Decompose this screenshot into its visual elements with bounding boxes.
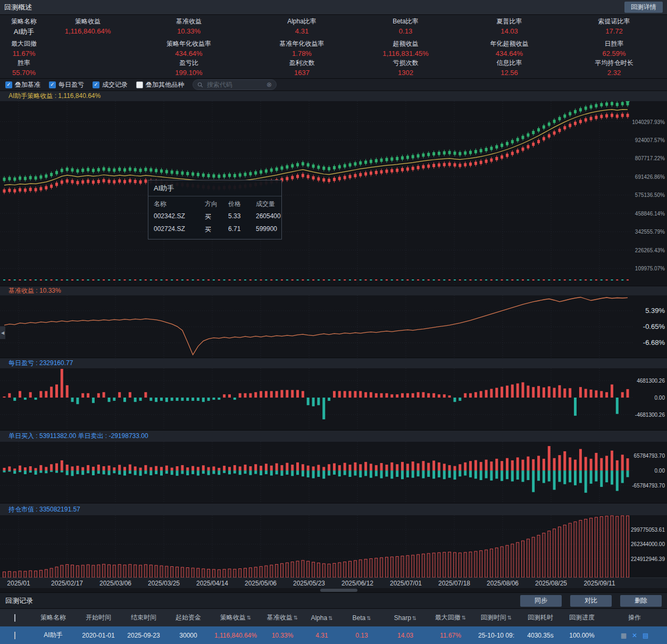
tooltip-table: 名称方向价格成交量002342.SZ买5.332605400002724.SZ买… xyxy=(148,196,281,239)
col-header-sharp[interactable]: Sharp⇅ xyxy=(383,614,428,622)
svg-text:458846.14%: 458846.14% xyxy=(635,211,665,217)
stat-value: 199.10% xyxy=(175,69,202,77)
stat-value: 1.78% xyxy=(292,49,312,57)
x-axis-label: 2025/08/25 xyxy=(530,580,572,587)
cell-alpha: 4.31 xyxy=(303,632,340,639)
checkbox-daily-pnl[interactable]: ✓每日盈亏 xyxy=(49,80,84,89)
collapse-axis-handle[interactable]: ◀ xyxy=(0,326,5,339)
benchmark-chart[interactable]: 5.39%-0.65%-6.68% ◀ xyxy=(0,295,667,358)
benchmark-section-header: 基准收益 : 10.33% xyxy=(0,286,667,295)
cell-max_drawdown: 11.67% xyxy=(428,632,473,639)
sort-icon[interactable]: ⇅ xyxy=(507,615,512,621)
sort-icon[interactable]: ⇅ xyxy=(462,615,466,621)
checked-checkbox-icon[interactable]: ✓ xyxy=(49,81,56,88)
buy-sell-chart[interactable]: 65784793.700.00-65784793.70 xyxy=(0,442,667,503)
svg-text:924007.57%: 924007.57% xyxy=(635,137,665,143)
stat-value: 0.13 xyxy=(399,27,412,35)
records-header: 回测记录 同步对比删除 xyxy=(0,592,667,608)
checkbox-label: 叠加基准 xyxy=(15,80,40,89)
col-header-select xyxy=(0,614,30,622)
position-value-chart[interactable]: 299775053.61262344000.00224912946.39 xyxy=(0,515,667,577)
row-checkbox[interactable] xyxy=(14,632,15,639)
cell-benchmark_return: 10.33% xyxy=(262,632,303,639)
stat-strategy_name: 策略名称AI助手 xyxy=(0,17,48,39)
stats-grid: 策略名称AI助手策略收益1,116,840.64%基准收益10.33%Alpha… xyxy=(0,15,667,79)
col-header-beta[interactable]: Beta⇅ xyxy=(340,614,383,622)
x-axis-label: 2025/07/01 xyxy=(385,580,427,587)
select-all-checkbox[interactable] xyxy=(14,614,15,622)
compare-button[interactable]: 对比 xyxy=(570,595,612,607)
svg-text:0.00: 0.00 xyxy=(655,395,665,401)
col-header-progress: 回测进度 xyxy=(562,613,602,622)
delete-icon[interactable]: ✕ xyxy=(632,632,637,639)
search-input[interactable] xyxy=(206,80,264,89)
equity-chart[interactable]: 1040297.93%924007.57%807717.22%691426.86… xyxy=(0,101,667,286)
cell-strategy_name: AI助手 xyxy=(30,631,77,640)
stat-label: 夏普比率 xyxy=(497,17,522,26)
scrollbar-thumb[interactable] xyxy=(320,589,357,592)
svg-text:299775053.61: 299775053.61 xyxy=(631,527,665,533)
daily-pnl-chart[interactable]: 4681300.260.00-4681300.26 xyxy=(0,368,667,430)
stat-value: 1637 xyxy=(294,69,310,77)
clear-icon[interactable]: ⊗ xyxy=(266,81,272,88)
x-axis-label: 2025/02/17 xyxy=(46,580,88,587)
col-header-elapsed: 回测耗时 xyxy=(519,613,562,622)
col-header-benchmark_return[interactable]: 基准收益⇅ xyxy=(262,613,303,622)
sync-button[interactable]: 同步 xyxy=(520,595,562,607)
log-icon[interactable]: ▤ xyxy=(643,632,648,639)
svg-text:342555.79%: 342555.79% xyxy=(635,229,665,235)
x-axis-label: 2025/04/14 xyxy=(191,580,234,587)
chart-scrollbar[interactable] xyxy=(0,588,667,592)
search-box[interactable]: ⊗ xyxy=(193,79,277,90)
checkbox-overlay-benchmark[interactable]: ✓叠加基准 xyxy=(5,80,40,89)
backtest-detail-button[interactable]: 回测详情 xyxy=(624,2,663,13)
unchecked-checkbox-icon[interactable] xyxy=(136,81,143,88)
checked-checkbox-icon[interactable]: ✓ xyxy=(93,81,99,88)
svg-text:-6.68%: -6.68% xyxy=(643,338,665,346)
sort-icon[interactable]: ⇅ xyxy=(328,615,332,621)
sort-icon[interactable]: ⇅ xyxy=(412,615,416,621)
sort-icon[interactable]: ⇅ xyxy=(294,615,298,621)
stat-value: 434.64% xyxy=(496,49,523,57)
records-buttons: 同步对比删除 xyxy=(512,595,662,607)
stat-value: 434.64% xyxy=(175,49,202,57)
col-header-end_date: 结束时间 xyxy=(120,613,167,622)
stat-annualized_excess: 年化超额收益434.64% xyxy=(457,39,561,59)
x-axis-label: 2025/08/06 xyxy=(481,580,524,587)
checked-checkbox-icon[interactable]: ✓ xyxy=(5,81,12,88)
record-row[interactable]: AI助手2020-01-012025-09-23300001,116,840.6… xyxy=(0,626,667,644)
benchmark-section-title: 基准收益 : 10.33% xyxy=(9,286,61,295)
stat-label: 策略年化收益率 xyxy=(166,39,211,48)
report-icon[interactable]: ▦ xyxy=(621,632,627,639)
checkbox-overlay-other[interactable]: 叠加其他品种 xyxy=(136,80,184,89)
overlay-checkboxes: ✓叠加基准✓每日盈亏✓成交记录叠加其他品种 xyxy=(5,80,184,89)
col-header-backtest_time[interactable]: 回测时间⇅ xyxy=(473,613,519,622)
backtest-overview-app: 回测概述 回测详情 策略名称AI助手策略收益1,116,840.64%基准收益1… xyxy=(0,0,667,644)
svg-text:0.00: 0.00 xyxy=(655,468,665,474)
col-header-alpha[interactable]: Alpha⇅ xyxy=(303,614,340,622)
svg-text:-65784793.70: -65784793.70 xyxy=(632,483,665,489)
delete-button[interactable]: 删除 xyxy=(620,595,662,607)
top-bar: 回测概述 回测详情 xyxy=(0,0,667,15)
stat-label: 年化超额收益 xyxy=(490,39,529,48)
tooltip-cell: 002342.SZ xyxy=(154,212,205,221)
cashflow-section-title: 单日买入 : 53911382.00 单日卖出 : -29198733.00 xyxy=(9,432,148,441)
svg-text:109975.07%: 109975.07% xyxy=(635,266,665,271)
stat-loss_count: 亏损次数1302 xyxy=(354,59,457,78)
cell-ops: ▦✕▤ xyxy=(602,632,667,639)
col-header-max_drawdown[interactable]: 最大回撤⇅ xyxy=(428,613,473,622)
tooltip-cell: 002724.SZ xyxy=(154,225,205,234)
col-header-strategy_return[interactable]: 策略收益⇅ xyxy=(210,613,262,622)
svg-text:-4681300.26: -4681300.26 xyxy=(635,412,665,418)
stat-strategy_return: 策略收益1,116,840.64% xyxy=(48,17,128,39)
stat-value: 10.33% xyxy=(177,27,201,35)
x-axis-label: 2025/03/25 xyxy=(143,580,185,587)
sort-icon[interactable]: ⇅ xyxy=(247,615,251,621)
checkbox-label: 叠加其他品种 xyxy=(146,80,184,89)
stat-beta_ratio: Beta比率0.13 xyxy=(354,17,457,39)
tooltip-col-header: 成交量 xyxy=(256,200,285,209)
sort-icon[interactable]: ⇅ xyxy=(366,615,371,621)
x-axis-label: 2025/06/12 xyxy=(336,580,379,587)
stat-daily_win_rate: 日胜率62.59% xyxy=(561,39,667,59)
checkbox-trade-records[interactable]: ✓成交记录 xyxy=(93,80,128,89)
